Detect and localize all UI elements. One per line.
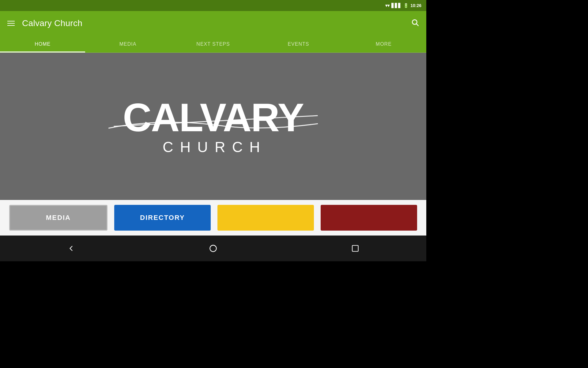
card-yellow[interactable] [217, 205, 314, 231]
cards-section: MEDIA DIRECTORY [0, 200, 426, 236]
tab-home[interactable]: HOME [0, 36, 85, 52]
menu-button[interactable] [6, 20, 16, 27]
logo-sub-text: CHURCH [123, 139, 303, 155]
tab-media[interactable]: MEDIA [85, 36, 170, 52]
calvary-logo: CALVARY CHURCH [123, 98, 303, 155]
svg-point-2 [210, 245, 217, 252]
back-button[interactable] [62, 239, 80, 258]
app-bar: Calvary Church [0, 11, 426, 36]
nav-bar [0, 236, 426, 261]
status-time: 10:26 [410, 3, 421, 8]
card-directory[interactable]: DIRECTORY [114, 205, 211, 231]
wifi-icon: ▾▾ [385, 3, 390, 8]
svg-line-1 [417, 24, 418, 25]
recents-button[interactable] [346, 239, 364, 258]
card-red[interactable] [321, 205, 417, 231]
card-media[interactable]: MEDIA [9, 205, 107, 231]
tab-more[interactable]: MORE [341, 36, 426, 52]
tab-next-steps[interactable]: NEXT STEPS [171, 36, 256, 52]
tab-bar: HOME MEDIA NEXT STEPS EVENTS MORE [0, 36, 426, 53]
search-button[interactable] [410, 17, 420, 30]
svg-rect-3 [352, 245, 358, 251]
tab-events[interactable]: EVENTS [256, 36, 341, 52]
battery-icon: 🔋 [403, 3, 409, 8]
logo-main-text: CALVARY [123, 98, 303, 137]
hero-banner: CALVARY CHURCH [0, 53, 426, 200]
status-icons: ▾▾ ▋▋▋ 🔋 10:26 [385, 3, 421, 8]
home-button[interactable] [204, 239, 222, 258]
app-title: Calvary Church [22, 18, 404, 28]
status-bar: ▾▾ ▋▋▋ 🔋 10:26 [0, 0, 426, 11]
signal-icon: ▋▋▋ [391, 3, 401, 8]
